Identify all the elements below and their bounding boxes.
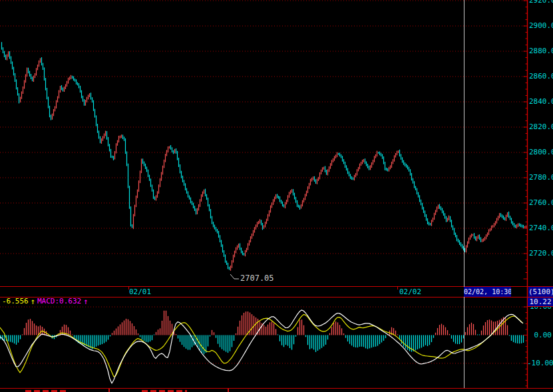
price-tick-label: 2900.00 [529,21,553,31]
price-tick-label: 2780.00 [529,173,553,182]
price-tick-label: 2760.00 [529,198,553,208]
price-tick-label: 2820.00 [529,122,553,132]
crosshair-datetime-text: 02/02, 10:30 [464,288,511,295]
date-label-day1[interactable]: 02/01 [129,287,151,297]
trading-terminal-window: 2920.002900.002880.002860.002840.002820.… [0,0,553,392]
macd-current-value-badge: 10.22 [528,297,553,307]
bottom-tab-separator [108,389,110,392]
macd-header[interactable]: -6.556 ↑ MACD:0.632 ↑ [2,297,88,306]
crosshair-datetime-badge: 02/02, 10:30 [464,287,511,297]
axes-frame [0,0,553,389]
bottom-tab-separator [228,389,229,392]
macd-histogram [1,311,524,355]
price-tick-label: 2720.00 [529,249,553,258]
macd-indicator-value: MACD:0.632 [37,297,81,306]
macd-tick-label: 0.00 [527,331,552,340]
gridlines [0,1,530,363]
date-label-day2[interactable]: 02/02 [399,287,421,297]
price-tick-label: 2840.00 [529,97,553,106]
macd-dif-dea-lines [0,310,523,383]
price-tick-label: 2800.00 [529,148,553,157]
macd-fast-value: -6.556 [2,297,29,306]
chart-canvas[interactable] [0,0,553,392]
price-tick-label: 2920.00 [529,0,553,5]
macd-tick-label: -10.00 [527,359,552,368]
up-arrow-icon: ↑ [83,297,88,306]
low-price-annotation: 2707.05 [240,274,274,283]
price-tick-label: 2860.00 [529,72,553,81]
price-tick-label: 2880.00 [529,47,553,56]
price-tick-label: 2740.00 [529,224,553,233]
contract-badge: (5100) [528,287,553,297]
up-arrow-icon: ↑ [31,297,35,306]
low-annotation-pointer [230,274,239,279]
